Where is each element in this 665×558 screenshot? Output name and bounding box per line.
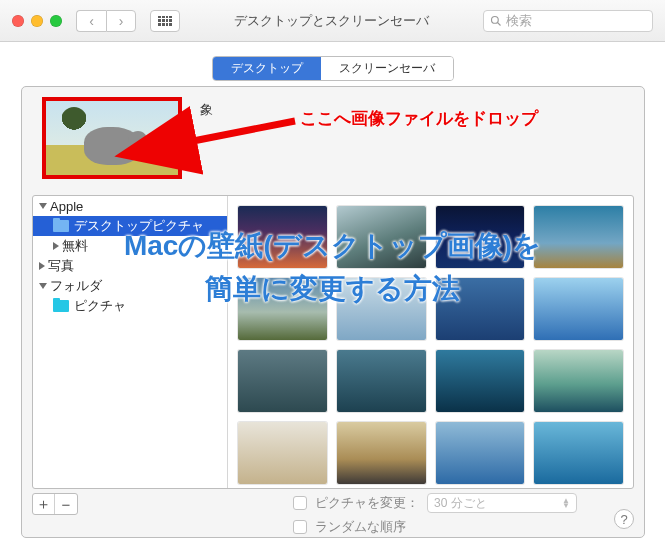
show-all-prefs-button[interactable] bbox=[150, 10, 180, 32]
change-interval-select[interactable]: 30 分ごと ▲▼ bbox=[427, 493, 577, 513]
change-picture-checkbox[interactable] bbox=[293, 496, 307, 510]
svg-line-2 bbox=[183, 121, 295, 143]
close-window-button[interactable] bbox=[12, 15, 24, 27]
tab-screensaver[interactable]: スクリーンセーバ bbox=[321, 57, 453, 80]
wallpaper-thumbnail[interactable] bbox=[534, 422, 623, 484]
zoom-window-button[interactable] bbox=[50, 15, 62, 27]
window-title: デスクトップとスクリーンセーバ bbox=[188, 12, 475, 30]
help-button[interactable]: ? bbox=[614, 509, 634, 529]
preference-panel: 象 Apple デスクトップピクチャ 無料 写真 フォルダ ピクチャ ＋ − ピ… bbox=[21, 86, 645, 538]
minimize-window-button[interactable] bbox=[31, 15, 43, 27]
svg-line-1 bbox=[498, 22, 501, 25]
add-remove-source: ＋ − bbox=[32, 493, 78, 515]
search-field[interactable]: 検索 bbox=[483, 10, 653, 32]
interval-value: 30 分ごと bbox=[434, 495, 487, 512]
remove-source-button[interactable]: − bbox=[55, 494, 77, 514]
sidebar-group-apple[interactable]: Apple bbox=[33, 196, 227, 216]
tab-bar: デスクトップ スクリーンセーバ bbox=[212, 56, 454, 81]
annotation-headline: Macの壁紙(デスクトップ画像)を 簡単に変更する方法 bbox=[0, 224, 665, 311]
random-order-label: ランダムな順序 bbox=[315, 518, 406, 536]
tab-desktop[interactable]: デスクトップ bbox=[213, 57, 321, 80]
annotation-headline-line2: 簡単に変更する方法 bbox=[0, 267, 665, 310]
change-picture-label: ピクチャを変更： bbox=[315, 494, 419, 512]
wallpaper-thumbnail[interactable] bbox=[436, 422, 525, 484]
add-source-button[interactable]: ＋ bbox=[33, 494, 55, 514]
wallpaper-thumbnail[interactable] bbox=[337, 422, 426, 484]
wallpaper-thumbnail[interactable] bbox=[337, 350, 426, 412]
svg-point-0 bbox=[492, 16, 499, 23]
search-placeholder: 検索 bbox=[506, 12, 532, 30]
wallpaper-thumbnail[interactable] bbox=[534, 350, 623, 412]
wallpaper-preview-dropzone[interactable] bbox=[42, 97, 182, 179]
random-order-checkbox[interactable] bbox=[293, 520, 307, 534]
wallpaper-thumbnail[interactable] bbox=[238, 422, 327, 484]
sidebar-label: Apple bbox=[50, 199, 83, 214]
forward-button[interactable]: › bbox=[106, 10, 136, 32]
annotation-headline-line1: Macの壁紙(デスクトップ画像)を bbox=[0, 224, 665, 267]
nav-back-forward: ‹ › bbox=[76, 10, 136, 32]
back-button[interactable]: ‹ bbox=[76, 10, 106, 32]
wallpaper-thumbnail[interactable] bbox=[436, 350, 525, 412]
grid-icon bbox=[158, 16, 172, 26]
wallpaper-thumbnail[interactable] bbox=[238, 350, 327, 412]
chevron-updown-icon: ▲▼ bbox=[562, 498, 570, 508]
traffic-lights bbox=[12, 15, 62, 27]
annotation-drop-hint: ここへ画像ファイルをドロップ bbox=[300, 107, 538, 130]
window-titlebar: ‹ › デスクトップとスクリーンセーバ 検索 bbox=[0, 0, 665, 42]
search-icon bbox=[490, 15, 502, 27]
annotation-arrow bbox=[175, 113, 305, 163]
